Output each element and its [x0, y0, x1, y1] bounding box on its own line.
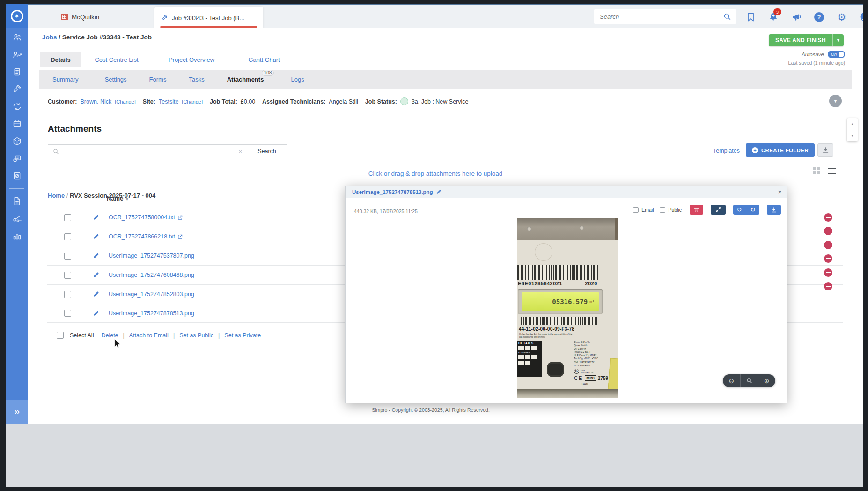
tab-gantt-chart[interactable]: Gantt Chart [231, 52, 297, 67]
name-column-header[interactable]: Name ▼ [107, 195, 129, 202]
customer-link[interactable]: Brown, Nick [81, 98, 112, 105]
sidebar-item-documents[interactable] [12, 196, 22, 206]
close-icon[interactable]: × [778, 188, 782, 195]
row-checkbox[interactable] [64, 214, 71, 221]
row-checkbox[interactable] [64, 310, 71, 317]
sidebar-item-leads[interactable] [12, 50, 22, 60]
templates-link[interactable]: Templates [713, 148, 740, 154]
remove-attachment-button[interactable] [824, 241, 832, 249]
attach-to-email-link[interactable]: Attach to Email [129, 332, 169, 339]
select-all-checkbox[interactable] [57, 332, 64, 339]
sidebar-item-reports[interactable] [12, 231, 22, 241]
zoom-in-button[interactable]: ⊕ [758, 374, 775, 387]
remove-attachment-button[interactable] [824, 227, 832, 235]
sidebar-expand-button[interactable]: » [6, 400, 28, 424]
save-options-dropdown[interactable]: ▼ [832, 34, 844, 46]
settings-gear-icon[interactable]: ⚙ [837, 12, 847, 22]
sidebar-item-invoices[interactable] [12, 154, 22, 164]
sidebar-item-jobs[interactable] [12, 84, 22, 94]
sidebar-item-compliance[interactable] [12, 171, 22, 181]
edit-pencil-icon[interactable] [93, 310, 99, 317]
file-link[interactable]: UserImage_1752747537807.png [109, 253, 194, 259]
public-checkbox-label[interactable]: Public [658, 206, 682, 214]
search-icon[interactable] [723, 13, 731, 21]
announcements-megaphone-icon[interactable] [791, 12, 802, 22]
tab-project-overview[interactable]: Project Overview [152, 52, 231, 67]
file-link[interactable]: UserImage_1752747852803.png [109, 291, 194, 298]
email-checkbox-label[interactable]: Email [631, 206, 654, 214]
site-change-link[interactable]: [Change] [182, 99, 203, 104]
customer-change-link[interactable]: [Change] [115, 99, 136, 104]
list-view-icon[interactable] [828, 168, 836, 174]
public-checkbox[interactable] [660, 207, 665, 213]
attachments-search-button[interactable]: Search [247, 144, 287, 158]
edit-pencil-icon[interactable] [93, 233, 99, 240]
attachments-search-field[interactable]: × [48, 144, 247, 158]
account-icon[interactable] [860, 12, 863, 22]
edit-pencil-icon[interactable] [93, 272, 99, 278]
delete-attachment-button[interactable] [690, 205, 703, 215]
remove-attachment-button[interactable] [824, 282, 832, 290]
zoom-reset-button[interactable] [740, 374, 758, 387]
row-checkbox[interactable] [64, 291, 71, 298]
edit-pencil-icon[interactable] [436, 189, 441, 195]
sidebar-item-utilities[interactable] [12, 214, 22, 223]
create-folder-button[interactable]: + CREATE FOLDER [746, 143, 815, 157]
email-checkbox[interactable] [633, 207, 639, 213]
row-checkbox[interactable] [64, 272, 71, 279]
download-attachment-button[interactable] [767, 205, 781, 215]
file-link[interactable]: UserImage_1752747608468.png [109, 272, 194, 278]
file-link[interactable]: OCR_1752747580004.txt [109, 214, 183, 221]
file-link[interactable]: UserImage_1752747878513.png [109, 310, 194, 317]
subtab-attachments[interactable]: Attachments 108 [227, 76, 264, 83]
simpro-logo[interactable]: ✶ [6, 4, 28, 28]
delete-link[interactable]: Delete [101, 332, 118, 339]
clear-search-icon[interactable]: × [238, 148, 242, 155]
file-link[interactable]: OCR_1752747866218.txt [109, 233, 183, 240]
grid-view-icon[interactable] [813, 167, 820, 174]
edit-pencil-icon[interactable] [93, 214, 99, 221]
remove-attachment-button[interactable] [824, 268, 832, 277]
bookmark-icon[interactable] [745, 12, 756, 22]
tab-details[interactable]: Details [40, 52, 81, 67]
rotate-right-button[interactable]: ↻ [746, 205, 759, 215]
zoom-out-button[interactable]: ⊖ [723, 374, 740, 387]
global-search-input[interactable] [599, 13, 723, 21]
collapse-info-chevron[interactable]: ▼ [829, 95, 842, 107]
site-link[interactable]: Testsite [159, 98, 178, 105]
subtab-forms[interactable]: Forms [149, 76, 167, 83]
remove-attachment-button[interactable] [824, 213, 832, 222]
subtab-tasks[interactable]: Tasks [189, 76, 204, 83]
breadcrumb-jobs-link[interactable]: Jobs [42, 34, 57, 41]
row-checkbox[interactable] [64, 253, 71, 260]
subtab-settings[interactable]: Settings [105, 76, 127, 83]
sidebar-item-schedule[interactable] [12, 119, 22, 129]
autosave-toggle[interactable]: On [828, 51, 845, 58]
home-link[interactable]: Home [48, 192, 65, 199]
set-as-private-link[interactable]: Set as Private [224, 332, 261, 339]
sidebar-item-inventory[interactable] [12, 136, 22, 146]
save-and-finish-label[interactable]: SAVE AND FINISH [769, 34, 832, 46]
remove-attachment-button[interactable] [824, 254, 832, 263]
subtab-logs[interactable]: Logs [291, 76, 304, 83]
row-checkbox[interactable] [64, 233, 71, 240]
upload-dropzone[interactable]: Click or drag & drop attachments here to… [312, 164, 559, 183]
save-and-finish-button[interactable]: SAVE AND FINISH ▼ [769, 34, 844, 46]
rotate-left-button[interactable]: ↺ [733, 205, 746, 215]
edit-pencil-icon[interactable] [93, 291, 99, 298]
sidebar-item-quotes[interactable] [12, 67, 22, 77]
download-all-button[interactable] [817, 143, 833, 157]
fullscreen-button[interactable] [711, 205, 726, 215]
help-icon[interactable]: ? [814, 12, 824, 22]
company-switcher[interactable]: McQuilkin [61, 5, 99, 29]
tab-cost-centre-list[interactable]: Cost Centre List [81, 52, 152, 67]
set-as-public-link[interactable]: Set as Public [179, 332, 213, 339]
notifications-bell-icon[interactable]: 3 [768, 12, 779, 22]
sidebar-item-people[interactable] [12, 32, 22, 42]
sidebar-item-recurring[interactable] [12, 102, 22, 112]
scroll-up-button[interactable]: ▲ [847, 118, 858, 130]
subtab-summary[interactable]: Summary [52, 76, 79, 83]
open-job-tab[interactable]: Job #33343 - Test Job (B... [154, 7, 263, 29]
scroll-down-button[interactable]: ▼ [847, 130, 858, 142]
edit-pencil-icon[interactable] [93, 253, 99, 259]
